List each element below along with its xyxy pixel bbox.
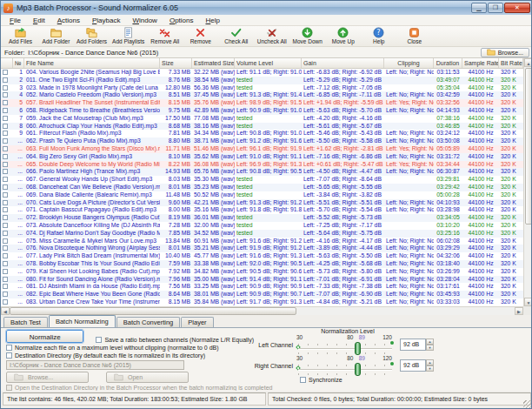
right-slider-thumb[interactable] [355,363,361,376]
menu-item-help[interactable]: Help [200,17,224,24]
menu-item-file[interactable]: File [4,17,26,24]
left-level-value[interactable]: 92 dB [400,339,426,351]
left-channel-slider[interactable]: 30 80 89 120 [296,334,394,355]
table-row[interactable]: ...075. Miss Caramelle & Mykel Mars Our … [1,238,523,245]
table-row[interactable]: ...064. Big Zero Sexy Girl (Radio Mix).m… [1,153,523,161]
table-row[interactable]: 2011. One Two Eight Sci-Fi (Radio Edit).… [1,77,523,84]
row-checkbox[interactable] [3,223,8,228]
scroll-up-arrow[interactable]: ▲ [524,58,532,67]
table-row[interactable]: ...071. Captain Basscut Papagayo (Radio … [1,206,523,214]
column-header-gain[interactable]: Gain [302,58,384,68]
tab-player[interactable]: Player [181,317,213,327]
row-checkbox[interactable] [3,100,8,105]
normalize-max-checkbox[interactable] [6,345,12,351]
row-checkbox[interactable] [3,299,8,305]
row-checkbox[interactable] [3,253,8,258]
row-checkbox[interactable] [3,162,8,167]
help-button[interactable]: ?Help [361,27,396,47]
open-button[interactable]: Open [106,372,189,383]
row-checkbox[interactable] [3,124,8,129]
maximize-button[interactable]: ❐ [488,3,503,13]
scroll-left-arrow[interactable]: ◀ [1,307,10,315]
table-row[interactable]: ...078. Bobby Escobar This Is Your Sound… [1,260,523,268]
move-up-button[interactable]: Move Up [325,27,361,47]
column-header-volume-level[interactable]: Volume Level [235,58,302,68]
menu-item-playback[interactable]: Playback [87,17,125,24]
save-ratio-checkbox[interactable] [96,337,102,343]
left-slider-thumb[interactable] [355,342,361,355]
row-checkbox[interactable] [3,238,8,244]
uncheck-all-button[interactable]: Uncheck All [254,27,289,47]
spin-up-icon[interactable]: ▲ [426,359,434,365]
table-row[interactable]: ...062. Prash Te Quiero Puta (Radio Mix)… [1,137,523,145]
horizontal-scrollbar[interactable]: ◀ ▶ [1,306,523,315]
column-header-duration[interactable]: Duration [434,58,462,68]
row-checkbox[interactable] [3,245,8,251]
row-checkbox[interactable] [3,292,8,297]
row-checkbox[interactable] [3,154,8,159]
table-row[interactable]: ...070. Cats Love Dogs A Picture (Direct… [1,199,523,207]
table-row[interactable]: ...063. Full Moon Funk Among the Stars (… [1,145,523,153]
scroll-down-arrow[interactable]: ▼ [524,298,532,306]
column-header-file-name[interactable]: File Name [24,58,160,68]
table-row[interactable]: ...072. Brooklyn House Bangers Olympus (… [1,214,523,222]
menu-item-window[interactable]: Window [127,17,162,24]
row-checkbox[interactable] [3,269,8,274]
column-header-clipping[interactable]: Clipping [384,58,434,68]
browse-button[interactable]: Browse... [6,372,89,383]
column-header-size[interactable]: Size [160,58,192,68]
table-row[interactable]: ...081. DJ Absinth Miami in da House (Ra… [1,283,523,291]
right-level-spinbox[interactable]: 92 dB ▲ ▼ [400,359,434,372]
row-checkbox[interactable] [3,261,8,266]
synchronize-checkbox[interactable] [300,377,306,383]
add-folder-button[interactable]: Add Folder [38,27,74,47]
column-header-№[interactable]: № [13,58,24,68]
table-row[interactable]: 7059. Jack the Cat Mousetrap (Club Mix).… [1,115,523,123]
tab-batch-converting[interactable]: Batch Converting [116,317,181,327]
table-row[interactable]: 4052. Mario Castelo Freedom (Radio Versi… [1,91,523,99]
table-row[interactable]: ...074. Dj Rafael Marino Don't Say Goodb… [1,230,523,238]
row-checkbox[interactable] [3,284,8,289]
table-row[interactable]: ...069. Dana Blade Caliente (Balearic Re… [1,191,523,199]
remove-button[interactable]: Remove [183,27,218,47]
row-checkbox[interactable] [3,207,8,212]
row-checkbox[interactable] [3,92,8,97]
table-row[interactable]: ...079. Kai Sheen Hot Looking Babes (Rad… [1,268,523,276]
open-destination-checkbox[interactable] [6,385,12,391]
row-checkbox[interactable] [3,108,8,113]
browse-button-top[interactable]: Browse... [481,48,529,57]
column-header-estimated-size[interactable]: Estimated Size [192,58,235,68]
row-checkbox[interactable] [3,116,8,121]
tab-batch-normalizing[interactable]: Batch Normalizing [49,315,116,327]
title-bar[interactable]: ♪ Mp3 Batch Processor - Sound Normalizer… [1,1,532,15]
tab-batch-test[interactable]: Batch Test [3,317,48,327]
scroll-right-arrow[interactable]: ▶ [515,307,523,315]
table-row[interactable]: 3023. Made in 1978 Moonlight Party (Cafe… [1,84,523,92]
table-row[interactable]: 8060. Afrochuck Clap Your Hands (Radio E… [1,123,523,131]
normalize-button[interactable]: Normalize [6,330,83,343]
move-down-button[interactable]: Move Down [289,27,325,47]
row-checkbox[interactable] [3,131,8,136]
row-checkbox[interactable] [3,215,8,220]
row-checkbox[interactable] [3,146,8,151]
row-checkbox[interactable] [3,70,8,75]
table-row[interactable]: 9061. Filtercut Flash (Radio Mix).mp37.8… [1,130,523,137]
row-checkbox[interactable] [3,85,8,91]
row-checkbox[interactable] [3,184,8,190]
row-checkbox[interactable] [3,200,8,205]
close-button[interactable]: ✕ [504,3,530,13]
table-row[interactable]: 6058. Ridgeback Time to Breathe (Breathl… [1,107,523,115]
menu-item-options[interactable]: Options [164,17,199,24]
table-row[interactable]: ...065. Double Deep Welcome to My World … [1,161,523,169]
table-row[interactable]: ...082. Epic Beat Where Have You Been Go… [1,291,523,298]
spin-up-icon[interactable]: ▲ [426,339,434,345]
add-files-button[interactable]: Add Files [3,27,38,47]
table-row[interactable]: ...066. Paolo Martinez High (Trance Mix)… [1,168,523,176]
table-row[interactable]: ...083. Urban Dance Crew Take Your Time … [1,298,523,306]
column-header-checkbox[interactable] [1,58,13,68]
table-row[interactable]: ...068. Danceheat Can We Believe (Radio … [1,184,523,191]
remove-all-button[interactable]: Remove All [147,27,183,47]
row-checkbox[interactable] [3,138,8,144]
left-level-spinbox[interactable]: 92 dB ▲ ▼ [400,339,434,351]
table-row[interactable]: ...077. Lady Pink Bitch Bad Dream (Instr… [1,252,523,260]
